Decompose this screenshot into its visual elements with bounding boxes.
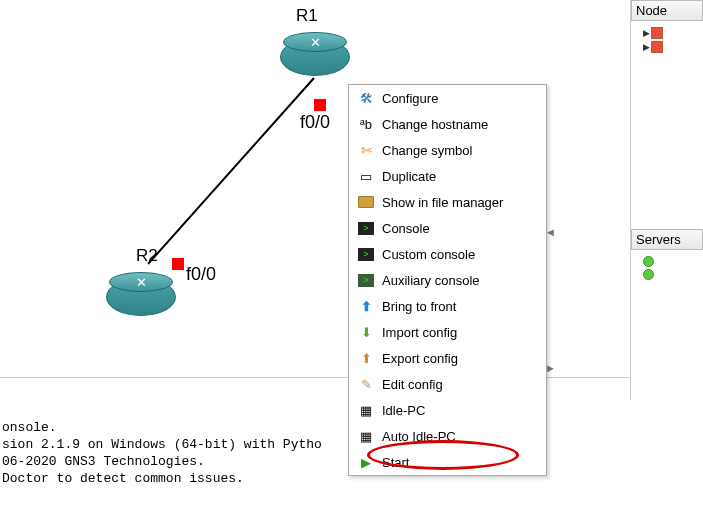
link-r1-r2 (144, 74, 318, 268)
symbol-icon: ✄ (357, 141, 375, 159)
menu-duplicate[interactable]: ▭ Duplicate (349, 163, 546, 189)
menu-start[interactable]: ▶ Start (349, 449, 546, 475)
port-label-r1: f0/0 (300, 112, 330, 133)
menu-label: Export config (382, 351, 458, 366)
chip-icon: ▦ (357, 427, 375, 445)
menu-label: Bring to front (382, 299, 456, 314)
status-running-icon (643, 256, 654, 267)
menu-label: Idle-PC (382, 403, 425, 418)
menu-label: Auto Idle-PC (382, 429, 456, 444)
menu-label: Change symbol (382, 143, 472, 158)
server-item[interactable] (643, 256, 699, 267)
menu-idle-pc[interactable]: ▦ Idle-PC (349, 397, 546, 423)
menu-auto-idle-pc[interactable]: ▦ Auto Idle-PC (349, 423, 546, 449)
context-menu: 🛠 Configure ªb Change hostname ✄ Change … (348, 84, 547, 476)
menu-export-config[interactable]: ⬆ Export config (349, 345, 546, 371)
status-running-icon (643, 269, 654, 280)
folder-icon (357, 193, 375, 211)
chip-icon: ▦ (357, 401, 375, 419)
svg-line-0 (148, 78, 314, 264)
panel-servers-title[interactable]: Servers (631, 229, 703, 250)
menu-label: Change hostname (382, 117, 488, 132)
menu-label: Import config (382, 325, 457, 340)
import-icon: ⬇ (357, 323, 375, 341)
side-panels: Node ▶ ▶ Servers (630, 0, 703, 400)
router-r2[interactable]: ✕ (106, 278, 176, 316)
menu-configure[interactable]: 🛠 Configure (349, 85, 546, 111)
port-label-r2: f0/0 (186, 264, 216, 285)
router-r2-label: R2 (136, 246, 158, 266)
port-marker-r2[interactable] (172, 258, 184, 270)
arrow-up-icon: ⬆ (357, 297, 375, 315)
menu-import-config[interactable]: ⬇ Import config (349, 319, 546, 345)
node-item[interactable]: ▶ (643, 27, 699, 39)
custom-console-icon: > (357, 245, 375, 263)
menu-bring-to-front[interactable]: ⬆ Bring to front (349, 293, 546, 319)
menu-change-symbol[interactable]: ✄ Change symbol (349, 137, 546, 163)
menu-console[interactable]: > Console (349, 215, 546, 241)
pencil-icon: ✎ (357, 375, 375, 393)
play-icon: ▶ (357, 453, 375, 471)
menu-label: Edit config (382, 377, 443, 392)
router-r1-label: R1 (296, 6, 318, 26)
menu-label: Auxiliary console (382, 273, 480, 288)
router-r1[interactable]: ✕ (280, 38, 350, 76)
export-icon: ⬆ (357, 349, 375, 367)
menu-edit-config[interactable]: ✎ Edit config (349, 371, 546, 397)
port-marker-r1[interactable] (314, 99, 326, 111)
aux-console-icon: > (357, 271, 375, 289)
panel-servers-body (631, 250, 703, 286)
server-item[interactable] (643, 269, 699, 280)
duplicate-icon: ▭ (357, 167, 375, 185)
menu-show-in-file-manager[interactable]: Show in file manager (349, 189, 546, 215)
menu-custom-console[interactable]: > Custom console (349, 241, 546, 267)
menu-label: Custom console (382, 247, 475, 262)
menu-change-hostname[interactable]: ªb Change hostname (349, 111, 546, 137)
menu-label: Duplicate (382, 169, 436, 184)
node-item[interactable]: ▶ (643, 41, 699, 53)
menu-label: Console (382, 221, 430, 236)
panel-node-body: ▶ ▶ (631, 21, 703, 59)
status-stopped-icon (651, 41, 663, 53)
text-icon: ªb (357, 115, 375, 133)
console-icon: > (357, 219, 375, 237)
menu-label: Show in file manager (382, 195, 503, 210)
menu-auxiliary-console[interactable]: > Auxiliary console (349, 267, 546, 293)
status-stopped-icon (651, 27, 663, 39)
menu-label: Configure (382, 91, 438, 106)
panel-node-title[interactable]: Node (631, 0, 703, 21)
menu-label: Start (382, 455, 409, 470)
wrench-icon: 🛠 (357, 89, 375, 107)
